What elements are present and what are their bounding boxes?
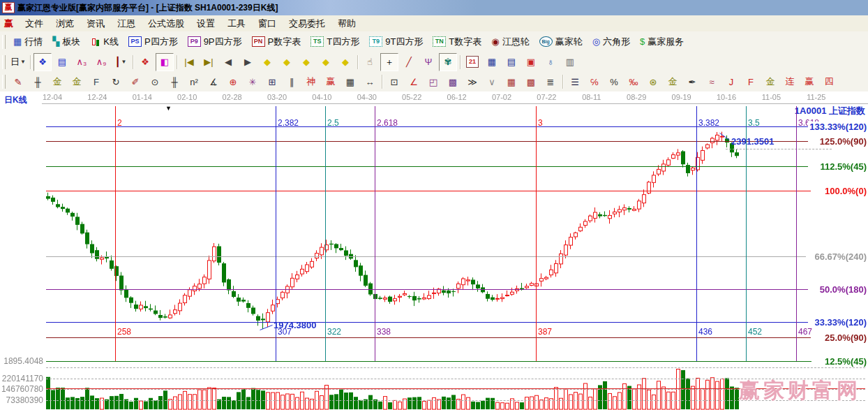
toolbar-handle[interactable] (2, 55, 6, 69)
toolbar-button-star-web-tool[interactable]: ✳ (244, 73, 262, 91)
menu-item-window[interactable]: 窗口 (252, 17, 283, 30)
calendar-icon: 21 (466, 56, 479, 68)
toolbar-button-gold-grid-2-tool[interactable]: 金 (68, 73, 86, 91)
toolbar-button-print-button[interactable]: ▥ (561, 53, 579, 71)
toolbar-button-pen-tool[interactable]: ✎ (9, 73, 27, 91)
toolbar-button-compress-x-diamond-button[interactable]: ◆ (317, 53, 335, 71)
toolbar-button-f-angle-tool[interactable]: F (742, 73, 760, 91)
toolbar-button-wave3-button[interactable]: ∧₃ (73, 53, 91, 71)
toolbar-button-target-circle-tool[interactable]: ⊕ (224, 73, 242, 91)
toolbar-button-kline-period-button[interactable]: 日▼ (9, 53, 27, 71)
title-bar[interactable]: 赢 赢家江恩专业版[赢家内部服务平台] - [上证指数 SH1A0001-239… (0, 0, 868, 15)
menu-item-gann[interactable]: 江恩 (111, 17, 142, 30)
toolbar-button-winner-service[interactable]: $赢家服务 (635, 34, 689, 50)
toolbar-button-shen-grid-tool[interactable]: 神 (302, 73, 320, 91)
toolbar-button-kline[interactable]: K线 (85, 34, 124, 50)
toolbar-button-first-page-button[interactable]: |◀ (180, 53, 198, 71)
toolbar-button-pattern-view-button[interactable]: ❖ (33, 53, 52, 71)
toolbar-button-calculator-button[interactable]: ▦ (483, 53, 501, 71)
t-number-table-label: T数字表 (449, 36, 481, 48)
toolbar-button-net-export-button[interactable]: ♁ (541, 53, 560, 71)
menu-item-help[interactable]: 帮助 (331, 17, 362, 30)
toolbar-button-wave9-button[interactable]: ∧₉ (92, 53, 110, 71)
menu-item-formula-stock-pick[interactable]: 公式选股 (142, 17, 190, 30)
quote-list-icon: ▤ (58, 57, 66, 67)
toolbar-button-percent-tool[interactable]: % (605, 73, 623, 91)
toolbar-button-save-button[interactable]: ▣ (522, 53, 540, 71)
toolbar-button-parallel-count-tool[interactable]: ∥ (283, 73, 301, 91)
toolbar-button-sectors[interactable]: ▚板块 (47, 34, 85, 50)
toolbar-button-lian-angle-tool[interactable]: 连 (781, 73, 799, 91)
toolbar-button-market-quotes[interactable]: ▦行情 (8, 34, 47, 50)
toolbar-button-speed-lines-tool[interactable]: ≫ (463, 73, 481, 91)
toolbar-button-pan-hand-button[interactable]: ☝ (361, 53, 379, 71)
toolbar-button-ink-pen-tool[interactable]: ✒ (683, 73, 701, 91)
menu-item-tools[interactable]: 工具 (221, 17, 252, 30)
toolbar-button-square-web-tool[interactable]: ⊞ (263, 73, 281, 91)
toolbar-handle[interactable] (2, 75, 6, 89)
toolbar-button-parallel-lines-tool[interactable]: ≣ (541, 73, 560, 91)
toolbar-button-price-list-tool[interactable]: ☰ (566, 73, 584, 91)
toolbar-button-next-bar-button[interactable]: ▶ (239, 53, 257, 71)
toolbar-button-number-grid-tool[interactable]: ▦ (341, 73, 359, 91)
toolbar-button-hexagon[interactable]: ◎六角形 (588, 34, 635, 50)
toolbar-button-notes-button[interactable]: ▤ (502, 53, 521, 71)
toolbar-button-last-page-button[interactable]: ▶| (200, 53, 218, 71)
toolbar-button-box-measure-tool[interactable]: ⊡ (385, 73, 403, 91)
toolbar-button-red-pattern-button[interactable]: ❖ (136, 53, 154, 71)
menu-item-settings[interactable]: 设置 (190, 17, 221, 30)
toolbar-button-prev-bar-button[interactable]: ◀ (219, 53, 237, 71)
toolbar-button-time-circle-tool[interactable]: ⊙ (146, 73, 164, 91)
toolbar-button-expand-all-diamond-button[interactable]: ◆ (336, 53, 354, 71)
toolbar-button-t9-square[interactable]: T99T四方形 (364, 34, 428, 50)
toolbar-button-trend-line-button[interactable]: ╱ (400, 53, 418, 71)
toolbar-button-fan-box-tool[interactable]: ◰ (424, 73, 442, 91)
toolbar-button-four-angle-tool[interactable]: 四 (820, 73, 838, 91)
toolbar-button-span-measure-tool[interactable]: ↔ (361, 73, 379, 91)
toolbar-button-spiral-tool[interactable]: ↻ (107, 73, 125, 91)
toolbar-button-gann-wheel[interactable]: ◉江恩轮 (486, 34, 534, 50)
toolbar-button-t-number-table[interactable]: TNT数字表 (428, 34, 486, 50)
menu-item-file[interactable]: 文件 (19, 17, 50, 30)
toolbar-button-win-angle-tool[interactable]: 赢 (800, 73, 818, 91)
toolbar-button-step-right-diamond-button[interactable]: ◆ (278, 53, 296, 71)
toolbar-button-histogram-style-button[interactable]: ◧ (156, 53, 174, 71)
toolbar-button-quote-list-button[interactable]: ▤ (53, 53, 71, 71)
toolbar-handle[interactable] (2, 35, 6, 49)
toolbar-button-j-angle-tool[interactable]: J (722, 73, 740, 91)
toolbar-button-tick-ruler-tool[interactable]: ╫ (29, 73, 47, 91)
toolbar-button-marker-pen-tool[interactable]: ✐ (126, 73, 144, 91)
toolbar-button-p-number-table[interactable]: PNP数字表 (247, 34, 306, 50)
toolbar-button-red-grid-tool[interactable]: ▦ (502, 73, 521, 91)
menu-item-news[interactable]: 资讯 (80, 17, 111, 30)
toolbar-button-step-left-diamond-button[interactable]: ◆ (258, 53, 276, 71)
toolbar-button-candle-style-button[interactable]: ┃▼ (112, 53, 130, 71)
toolbar-button-web-box-tool[interactable]: ▩ (444, 73, 462, 91)
toolbar-button-permille-tool[interactable]: ‰ (624, 73, 643, 91)
toolbar-button-red-web-tool[interactable]: ▩ (522, 73, 540, 91)
toolbar-button-check-wave-tool[interactable]: ∨ (483, 73, 501, 91)
toolbar-button-f-grid-tool[interactable]: F (87, 73, 105, 91)
toolbar-button-gann-psy-button[interactable]: Ψ (419, 53, 437, 71)
toolbar-button-gold-grid-tool[interactable]: 金 (48, 73, 66, 91)
toolbar-button-calendar-button[interactable]: 21 (463, 53, 481, 71)
toolbar-button-n-square-tool[interactable]: n² (185, 73, 203, 91)
toolbar-button-tick-ruler-2-tool[interactable]: ╫ (165, 73, 184, 91)
toolbar-button-gold-line-tool[interactable]: 金 (664, 73, 682, 91)
toolbar-button-gold-angle-tool[interactable]: 金 (761, 73, 779, 91)
toolbar-button-percent-cross-tool[interactable]: ℅ (585, 73, 604, 91)
toolbar-button-expand-x-diamond-button[interactable]: ◆ (297, 53, 315, 71)
toolbar-button-winner-wheel[interactable]: Big赢家轮 (534, 34, 588, 50)
toolbar-button-wave-ratio-tool[interactable]: ≈ (703, 73, 721, 91)
toolbar-button-t-square[interactable]: TST四方形 (306, 34, 364, 50)
toolbar-button-smart-brain-button[interactable]: ✾ (439, 53, 457, 71)
toolbar-button-gann-fan-tool[interactable]: ∠ (405, 73, 423, 91)
toolbar-button-win-grid-tool[interactable]: 赢 (322, 73, 340, 91)
toolbar-button-crosshair-button[interactable]: ＋ (380, 53, 398, 71)
toolbar-button-angle-mirror-tool[interactable]: ∡ (204, 73, 223, 91)
menu-item-trade-order[interactable]: 交易委托 (283, 17, 331, 30)
toolbar-button-p-square[interactable]: PSP四方形 (124, 34, 183, 50)
toolbar-button-gold-wheel-tool[interactable]: ⊛ (644, 73, 662, 91)
toolbar-button-p9-square[interactable]: P99P四方形 (183, 34, 247, 50)
menu-item-browse[interactable]: 浏览 (50, 17, 80, 30)
